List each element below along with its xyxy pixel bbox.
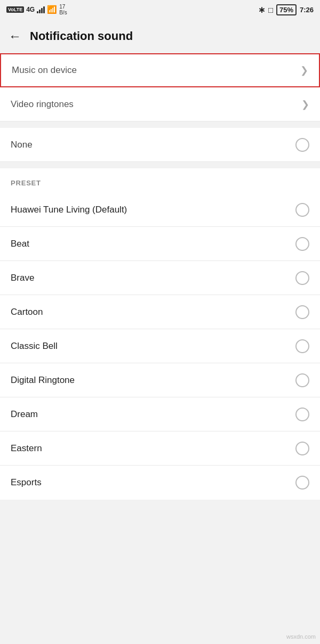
none-radio[interactable] — [295, 138, 309, 152]
time-display: 7:26 — [300, 6, 314, 14]
preset-radio-dream[interactable] — [295, 407, 309, 421]
preset-section: PRESET Huawei Tune Living (Default) Beat… — [0, 168, 320, 500]
preset-item-brave[interactable]: Brave — [0, 261, 320, 295]
preset-item-label: Dream — [11, 409, 38, 420]
preset-radio-classic-bell[interactable] — [295, 339, 309, 353]
volte-badge: VoLTE — [6, 6, 24, 13]
status-bar: VoLTE 4G 📶 17 B/s ∗ □ 75% 7:26 — [0, 0, 320, 19]
divider — [0, 121, 320, 128]
music-on-device-label: Music on device — [12, 65, 77, 76]
none-item[interactable]: None — [0, 128, 320, 162]
preset-item-label: Brave — [11, 273, 34, 283]
video-ringtones-label: Video ringtones — [11, 99, 74, 110]
status-right: ∗ □ 75% 7:26 — [258, 4, 314, 15]
vibrate-icon: □ — [268, 5, 273, 14]
preset-radio-huawei-tune[interactable] — [295, 203, 309, 217]
chevron-right-icon: ❯ — [301, 99, 309, 110]
preset-radio-esports[interactable] — [295, 476, 309, 490]
preset-radio-brave[interactable] — [295, 271, 309, 285]
music-on-device-item[interactable]: Music on device ❯ — [0, 53, 320, 87]
preset-header: PRESET — [0, 168, 320, 193]
battery-level: 75 — [279, 6, 287, 14]
preset-item-label: Eastern — [11, 443, 42, 454]
preset-section-label: PRESET — [11, 179, 41, 187]
preset-item-label: Cartoon — [11, 307, 43, 317]
page-header: ← Notification sound — [0, 19, 320, 53]
preset-item-dream[interactable]: Dream — [0, 397, 320, 431]
bluetooth-icon: ∗ — [258, 5, 265, 15]
wifi-icon: 📶 — [47, 5, 57, 14]
preset-item-classic-bell[interactable]: Classic Bell — [0, 329, 320, 363]
preset-item-label: Huawei Tune Living (Default) — [11, 205, 127, 215]
preset-item-esports[interactable]: Esports — [0, 466, 320, 500]
preset-radio-eastern[interactable] — [295, 442, 309, 455]
preset-radio-beat[interactable] — [295, 237, 309, 251]
preset-radio-digital-ringtone[interactable] — [295, 373, 309, 387]
back-button[interactable]: ← — [9, 30, 21, 43]
preset-item-label: Digital Ringtone — [11, 375, 75, 386]
network-type: 4G — [26, 6, 35, 13]
music-on-device-section: Music on device ❯ — [0, 53, 320, 87]
preset-item-beat[interactable]: Beat — [0, 227, 320, 261]
preset-item-cartoon[interactable]: Cartoon — [0, 295, 320, 329]
preset-item-digital-ringtone[interactable]: Digital Ringtone — [0, 363, 320, 397]
preset-radio-cartoon[interactable] — [295, 305, 309, 319]
data-speed: 17 B/s — [59, 4, 67, 15]
chevron-right-icon: ❯ — [300, 64, 308, 76]
divider2 — [0, 162, 320, 168]
battery-icon: 75% — [276, 4, 297, 15]
status-left: VoLTE 4G 📶 17 B/s — [6, 4, 67, 15]
video-ringtones-item[interactable]: Video ringtones ❯ — [0, 87, 320, 121]
preset-item-label: Classic Bell — [11, 341, 58, 352]
preset-item-label: Esports — [11, 477, 42, 488]
preset-item-huawei-tune[interactable]: Huawei Tune Living (Default) — [0, 193, 320, 227]
preset-item-label: Beat — [11, 239, 29, 249]
preset-item-eastern[interactable]: Eastern — [0, 431, 320, 466]
page-title: Notification sound — [30, 29, 133, 43]
signal-icon — [37, 6, 45, 13]
watermark: wsxdn.com — [286, 633, 316, 640]
none-label: None — [11, 140, 33, 150]
video-ringtones-section: Video ringtones ❯ — [0, 87, 320, 121]
